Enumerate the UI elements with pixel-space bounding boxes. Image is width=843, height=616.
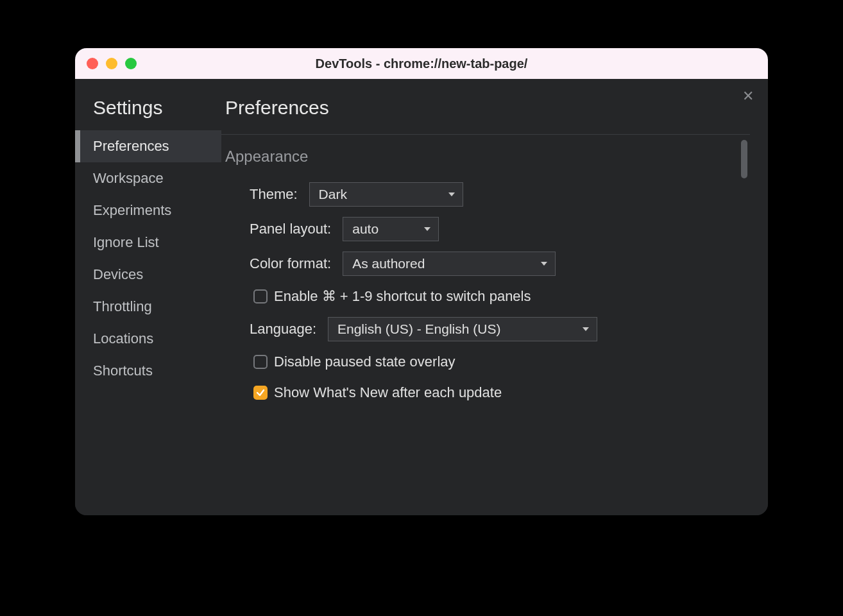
preferences-scroll[interactable]: Appearance Theme: Dark Panel layout: aut… (221, 134, 750, 515)
chevron-down-icon (424, 227, 430, 231)
sidebar-item-label: Locations (93, 330, 153, 346)
color-format-select[interactable]: As authored (343, 252, 556, 276)
row-panel-layout: Panel layout: auto (225, 212, 750, 246)
sidebar-title: Settings (75, 97, 221, 130)
sidebar-item-throttling[interactable]: Throttling (75, 291, 221, 323)
window-close-button[interactable] (87, 58, 98, 69)
theme-select-value: Dark (319, 187, 347, 202)
scrollbar-thumb[interactable] (741, 140, 747, 178)
chevron-down-icon (448, 193, 455, 196)
language-select-value: English (US) - English (US) (337, 321, 500, 337)
sidebar-item-workspace[interactable]: Workspace (75, 162, 221, 194)
color-format-select-value: As authored (352, 256, 425, 271)
window-title: DevTools - chrome://new-tab-page/ (75, 56, 768, 71)
sidebar-item-devices[interactable]: Devices (75, 259, 221, 291)
show-whats-new-checkbox[interactable] (253, 386, 268, 400)
sidebar-item-experiments[interactable]: Experiments (75, 194, 221, 227)
enable-shortcut-checkbox[interactable] (253, 289, 268, 304)
show-whats-new-label: Show What's New after each update (274, 384, 502, 401)
page-title: Preferences (221, 97, 750, 134)
sidebar-item-label: Preferences (93, 138, 169, 154)
row-show-whats-new: Show What's New after each update (225, 377, 750, 408)
sidebar-item-label: Devices (93, 266, 143, 282)
color-format-label: Color format: (250, 255, 331, 272)
window-zoom-button[interactable] (125, 58, 137, 69)
settings-body: ✕ Settings Preferences Workspace Experim… (75, 79, 768, 515)
sidebar-item-shortcuts[interactable]: Shortcuts (75, 355, 221, 387)
theme-select[interactable]: Dark (309, 182, 463, 207)
section-heading-appearance: Appearance (225, 135, 750, 177)
panel-layout-label: Panel layout: (250, 221, 331, 237)
devtools-settings-window: DevTools - chrome://new-tab-page/ ✕ Sett… (75, 48, 768, 515)
sidebar-item-label: Throttling (93, 298, 152, 314)
row-color-format: Color format: As authored (225, 246, 750, 281)
enable-shortcut-label: Enable ⌘ + 1-9 shortcut to switch panels (274, 288, 531, 305)
disable-overlay-checkbox[interactable] (253, 355, 268, 369)
sidebar-item-label: Ignore List (93, 234, 159, 250)
sidebar-item-label: Experiments (93, 202, 171, 218)
row-theme: Theme: Dark (225, 177, 750, 212)
row-enable-shortcut: Enable ⌘ + 1-9 shortcut to switch panels (225, 281, 750, 312)
settings-main: Preferences Appearance Theme: Dark Panel… (221, 79, 768, 515)
sidebar-item-preferences[interactable]: Preferences (75, 130, 221, 162)
settings-sidebar: Settings Preferences Workspace Experimen… (75, 79, 221, 515)
close-icon[interactable]: ✕ (742, 89, 754, 103)
row-disable-overlay: Disable paused state overlay (225, 346, 750, 377)
disable-overlay-label: Disable paused state overlay (274, 354, 456, 370)
traffic-lights (75, 58, 137, 69)
sidebar-item-label: Shortcuts (93, 363, 153, 379)
sidebar-item-locations[interactable]: Locations (75, 323, 221, 355)
window-minimize-button[interactable] (106, 58, 117, 69)
sidebar-item-label: Workspace (93, 170, 164, 186)
theme-label: Theme: (250, 186, 298, 203)
panel-layout-select-value: auto (352, 221, 379, 237)
chevron-down-icon (583, 327, 589, 331)
language-select[interactable]: English (US) - English (US) (328, 317, 597, 341)
chevron-down-icon (541, 262, 547, 266)
sidebar-item-ignore-list[interactable]: Ignore List (75, 227, 221, 259)
panel-layout-select[interactable]: auto (343, 217, 439, 241)
window-titlebar: DevTools - chrome://new-tab-page/ (75, 48, 768, 79)
row-language: Language: English (US) - English (US) (225, 312, 750, 346)
language-label: Language: (250, 321, 316, 338)
